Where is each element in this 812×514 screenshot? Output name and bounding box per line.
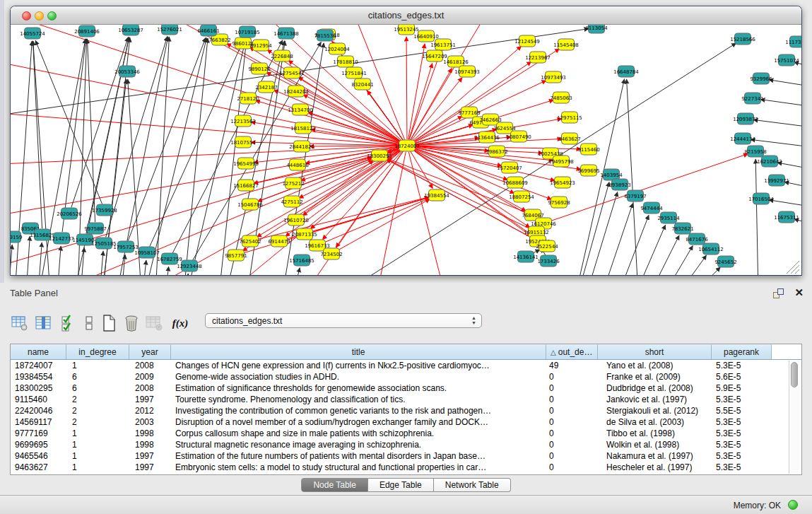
graph-node[interactable]: 16648784 xyxy=(613,66,639,77)
graph-node[interactable]: 9245652 xyxy=(714,256,736,267)
graph-node[interactable]: 9115460 xyxy=(577,144,599,155)
graph-node[interactable]: 7485063 xyxy=(550,92,572,103)
graph-node[interactable]: 11675311 xyxy=(774,211,799,223)
graph-node[interactable]: 19610720 xyxy=(283,214,309,226)
graph-node[interactable]: 14136141 xyxy=(513,251,539,262)
row-check-button[interactable] xyxy=(58,313,78,334)
graph-node[interactable]: 7832621 xyxy=(671,223,693,234)
graph-node[interactable]: 17016504 xyxy=(748,193,774,204)
delete-column-button[interactable] xyxy=(122,313,141,334)
graph-node[interactable]: 7815536 xyxy=(314,30,336,41)
new-document-button[interactable] xyxy=(99,313,119,334)
graph-node[interactable]: 7986372 xyxy=(486,146,507,157)
graph-node[interactable]: 4448616 xyxy=(286,159,309,170)
graph-node[interactable]: 10719185 xyxy=(235,26,260,37)
graph-node[interactable]: 19654923 xyxy=(550,177,575,188)
graph-node[interactable]: 9329966 xyxy=(750,73,772,84)
column-header-year[interactable]: year xyxy=(129,344,171,359)
graph-node[interactable]: 15166827 xyxy=(233,180,259,191)
graph-node[interactable]: 8471676 xyxy=(686,233,708,245)
vertical-scrollbar[interactable] xyxy=(789,361,799,474)
graph-node[interactable]: 4275112 xyxy=(281,196,302,207)
scrollbar-thumb[interactable] xyxy=(791,362,798,387)
graph-node[interactable]: 2342187 xyxy=(255,81,277,93)
graph-node[interactable]: 9699695 xyxy=(577,165,599,176)
graph-node[interactable]: 8938923 xyxy=(608,179,630,190)
graph-node[interactable]: 9227341 xyxy=(741,93,763,104)
graph-node[interactable]: 9474444 xyxy=(640,202,663,214)
graph-node[interactable]: 8912954 xyxy=(249,40,272,51)
graph-node[interactable]: 12093872 xyxy=(733,113,758,124)
close-panel-button[interactable]: ✕ xyxy=(794,286,804,299)
graph-node[interactable]: 6379197 xyxy=(624,190,646,201)
graph-node[interactable]: 12975115 xyxy=(557,112,582,123)
column-header-name[interactable]: name xyxy=(11,344,66,359)
graph-node[interactable]: 1733426 xyxy=(537,255,560,267)
column-header-pagerank[interactable]: pagerank xyxy=(712,344,772,359)
function-builder-button[interactable]: f(x) xyxy=(168,313,192,334)
graph-node[interactable]: 1275212 xyxy=(282,177,304,189)
table-row[interactable]: 977716911998Corpus callosum shape and si… xyxy=(11,428,801,439)
graph-node[interactable]: 19654993 xyxy=(233,158,259,169)
graph-node[interactable]: 15276021 xyxy=(157,25,182,35)
row-height-button[interactable] xyxy=(79,313,99,334)
table-row[interactable]: 911546021997Tourette syndrome. Phenomeno… xyxy=(11,394,801,405)
graph-node[interactable]: 12751841 xyxy=(341,67,367,78)
graph-node[interactable]: 18244204 xyxy=(283,86,309,97)
graph-node[interactable]: 12213563 xyxy=(230,115,256,127)
table-row[interactable]: 1938455462009Genome-wide association stu… xyxy=(11,371,801,382)
table-row[interactable]: 969969511998Structural magnetic resonanc… xyxy=(11,439,801,450)
table-selector-dropdown[interactable]: citations_edges.txt ▲▼ xyxy=(205,313,482,328)
table-row[interactable]: 1456911722003Disruption of a novel membe… xyxy=(11,416,801,428)
column-header-out_degree[interactable]: △out_de… xyxy=(546,344,598,359)
graph-node[interactable]: 2522544 xyxy=(536,240,558,252)
graph-node[interactable]: 9890126 xyxy=(248,63,271,74)
column-header-short[interactable]: short xyxy=(598,344,712,359)
graph-node[interactable]: 8113054 xyxy=(585,25,608,33)
graph-node[interactable]: 14055724 xyxy=(20,28,45,39)
tab-network-table[interactable]: Network Table xyxy=(434,478,511,492)
graph-node[interactable]: 11173504 xyxy=(785,36,802,47)
tab-node-table[interactable]: Node Table xyxy=(301,478,368,492)
table-row[interactable]: 1872400712008Changes of HCN gene express… xyxy=(11,360,801,371)
graph-node[interactable]: 12124549 xyxy=(514,35,540,47)
graph-node[interactable]: 7234502 xyxy=(320,248,342,259)
graph-node[interactable]: 2935114 xyxy=(657,212,680,223)
graph-node[interactable]: 12024004 xyxy=(324,43,350,54)
graph-node[interactable]: 15716485 xyxy=(289,255,314,266)
graph-node[interactable]: 14671388 xyxy=(273,28,299,39)
graph-node[interactable]: 939159 xyxy=(11,231,22,243)
graph-node[interactable]: 12213967 xyxy=(525,52,551,63)
table-row[interactable]: 946362711997Embryonic stem cells: a mode… xyxy=(11,462,801,473)
network-window-titlebar[interactable]: citations_edges.txt xyxy=(11,6,801,25)
graph-node[interactable]: 15751074 xyxy=(774,54,799,66)
table-row[interactable]: 1830029562008Estimation of significance … xyxy=(11,382,801,394)
graph-node[interactable]: 17359928 xyxy=(92,204,117,216)
column-select-button[interactable] xyxy=(34,313,54,334)
column-header-in_degree[interactable]: in_degree xyxy=(66,344,129,359)
table-row[interactable]: 2242004622012Investigating the contribut… xyxy=(11,405,801,416)
graph-node[interactable]: 9975887 xyxy=(84,223,106,234)
graph-node[interactable]: 12444134 xyxy=(730,133,755,144)
graph-node[interactable]: 7625402 xyxy=(239,235,261,247)
graph-node[interactable]: 6914479 xyxy=(268,235,290,247)
graph-node[interactable]: 10653287 xyxy=(118,25,143,35)
graph-node[interactable]: 9857791 xyxy=(225,250,247,261)
graph-node[interactable]: 20206526 xyxy=(57,208,82,219)
graph-node[interactable]: 9463627 xyxy=(558,133,580,144)
graph-node[interactable]: 11545408 xyxy=(553,39,579,50)
graph-node[interactable]: 18107554 xyxy=(230,136,256,148)
tab-edge-table[interactable]: Edge Table xyxy=(368,478,434,492)
network-canvas[interactable]: 1872400797771696497568746266336245542136… xyxy=(11,25,802,276)
graph-node[interactable]: 13992971 xyxy=(764,175,789,186)
graph-node[interactable]: 15218566 xyxy=(730,33,755,45)
graph-node[interactable]: 15720407 xyxy=(497,162,522,173)
graph-node[interactable]: 2718120 xyxy=(237,93,259,104)
graph-node[interactable]: 6466161 xyxy=(197,25,219,36)
graph-node[interactable]: 8215958 xyxy=(744,146,766,157)
graph-node[interactable]: 15046786 xyxy=(237,199,263,210)
graph-node[interactable]: 20891406 xyxy=(74,25,100,37)
table-row[interactable]: 946554611997Estimation of the future num… xyxy=(11,450,801,462)
column-header-title[interactable]: title xyxy=(171,344,546,359)
float-panel-button[interactable] xyxy=(773,288,784,298)
